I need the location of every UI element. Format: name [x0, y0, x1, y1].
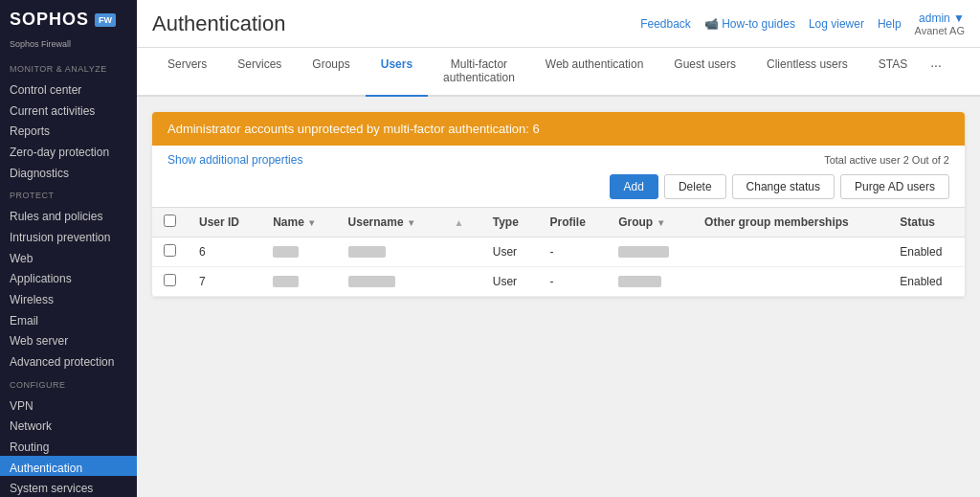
show-additional-properties-link[interactable]: Show additional properties — [167, 153, 302, 167]
main-area: Authentication Feedback 📹 How-to guides … — [137, 0, 980, 497]
row1-checkbox-cell[interactable] — [152, 237, 188, 266]
tab-mfa[interactable]: Multi-factorauthentication — [428, 48, 530, 97]
sidebar-item-wireless[interactable]: Wireless — [0, 287, 137, 308]
header-checkbox[interactable] — [152, 207, 188, 237]
sophos-subtitle: Sophos Firewall — [0, 39, 137, 55]
row1-profile: - — [538, 237, 607, 266]
users-table: User ID Name ▾ Username ▾ ▲ — [152, 207, 965, 297]
row1-user-id: 6 — [188, 237, 261, 266]
tab-more-icon[interactable]: ··· — [923, 48, 949, 97]
username-filter-icon[interactable]: ▾ — [409, 217, 413, 228]
row2-sort-cell — [440, 266, 481, 296]
row2-name: █ ██ — [261, 266, 336, 296]
row1-username-blurred: ██▌██ — [348, 246, 386, 258]
logo-area: SOPHOS FW — [0, 0, 137, 37]
sidebar-item-control-center[interactable]: Control center — [0, 78, 137, 99]
row1-name: ██ █ — [261, 237, 336, 266]
section-protect: Protect — [0, 181, 137, 204]
content-area: Administrator accounts unprotected by mu… — [137, 97, 980, 497]
sidebar-item-current-activities[interactable]: Current activities — [0, 99, 137, 120]
name-filter-icon[interactable]: ▾ — [309, 217, 314, 228]
row2-username: █▌███ █ — [337, 266, 440, 296]
sidebar-item-email[interactable]: Email — [0, 308, 137, 329]
sidebar-item-web-server[interactable]: Web server — [0, 328, 137, 350]
header-status: Status — [888, 207, 965, 237]
tab-groups[interactable]: Groups — [297, 48, 365, 97]
row2-other-group — [693, 266, 888, 296]
table-header-row: User ID Name ▾ Username ▾ ▲ — [152, 207, 965, 237]
feedback-link[interactable]: Feedback — [640, 17, 691, 31]
row2-user-id: 7 — [188, 266, 261, 296]
row2-group: ██ █ ██ — [607, 266, 693, 296]
log-viewer-link[interactable]: Log viewer — [809, 17, 864, 31]
camera-icon: 📹 — [704, 17, 719, 31]
row2-checkbox-cell[interactable] — [152, 266, 188, 296]
sidebar-item-authentication[interactable]: Authentication — [0, 456, 137, 477]
tab-servers[interactable]: Servers — [152, 48, 222, 97]
alert-banner: Administrator accounts unprotected by mu… — [152, 112, 965, 146]
sidebar-item-reports[interactable]: Reports — [0, 119, 137, 140]
tab-clientless-users[interactable]: Clientless users — [751, 48, 863, 97]
sort-asc-icon: ▲ — [455, 217, 464, 228]
sidebar-item-advanced-protection[interactable]: Advanced protection — [0, 350, 137, 371]
row1-status: Enabled — [888, 237, 965, 266]
header-name: Name ▾ — [261, 207, 336, 237]
main-panel: Administrator accounts unprotected by mu… — [152, 112, 965, 297]
tab-guest-users[interactable]: Guest users — [658, 48, 751, 97]
admin-name: admin ▼ — [919, 11, 965, 25]
admin-section[interactable]: admin ▼ Avanet AG — [915, 11, 965, 36]
row1-other-group — [693, 237, 888, 266]
purge-ad-users-button[interactable]: Purge AD users — [840, 174, 949, 199]
row1-type: User — [481, 237, 539, 266]
row2-profile: - — [538, 266, 607, 296]
tab-stas[interactable]: STAS — [863, 48, 923, 97]
row1-name-blurred: ██ █ — [273, 246, 298, 258]
tabs-bar: Servers Services Groups Users Multi-fact… — [137, 48, 980, 97]
change-status-button[interactable]: Change status — [732, 174, 835, 199]
info-row: Show additional properties Total active … — [152, 146, 965, 174]
fw-badge: FW — [95, 13, 116, 27]
sidebar-item-network[interactable]: Network — [0, 414, 137, 435]
sidebar-item-vpn[interactable]: VPN — [0, 394, 137, 415]
how-to-guides-link[interactable]: 📹 How-to guides — [704, 17, 795, 31]
header-username: Username ▾ — [337, 207, 440, 237]
row1-group-blurred: ██ █ ███ — [618, 246, 669, 258]
sidebar-item-zero-day[interactable]: Zero-day protection — [0, 140, 137, 161]
add-button[interactable]: Add — [610, 174, 658, 199]
topbar-actions: Feedback 📹 How-to guides Log viewer Help… — [640, 11, 965, 36]
tab-web-auth[interactable]: Web authentication — [530, 48, 659, 97]
delete-button[interactable]: Delete — [664, 174, 726, 199]
sidebar-item-routing[interactable]: Routing — [0, 435, 137, 456]
row1-username: ██▌██ — [337, 237, 440, 266]
sidebar: SOPHOS FW Sophos Firewall Monitor & Anal… — [0, 0, 137, 497]
tab-services[interactable]: Services — [222, 48, 297, 97]
section-monitor: Monitor & Analyze — [0, 55, 137, 78]
row2-checkbox[interactable] — [164, 274, 176, 286]
row1-group: ██ █ ███ — [607, 237, 693, 266]
sidebar-item-system-services[interactable]: System services — [0, 476, 137, 497]
header-profile: Profile — [538, 207, 607, 237]
header-group: Group ▾ — [607, 207, 693, 237]
sidebar-item-diagnostics[interactable]: Diagnostics — [0, 161, 137, 182]
table-row: 6 ██ █ ██▌██ User - ██ █ ███ — [152, 237, 965, 266]
group-filter-icon[interactable]: ▾ — [658, 217, 663, 228]
topbar: Authentication Feedback 📹 How-to guides … — [137, 0, 980, 48]
tab-users[interactable]: Users — [366, 48, 428, 97]
total-info: Total active user 2 Out of 2 — [824, 154, 949, 166]
table-toolbar: Add Delete Change status Purge AD users — [152, 174, 965, 207]
header-other-group: Other group memberships — [693, 207, 888, 237]
sidebar-item-web[interactable]: Web — [0, 246, 137, 267]
sidebar-item-applications[interactable]: Applications — [0, 266, 137, 287]
row2-group-blurred: ██ █ ██ — [618, 276, 661, 287]
row2-status: Enabled — [888, 266, 965, 296]
sidebar-item-rules[interactable]: Rules and policies — [0, 204, 137, 225]
page-title: Authentication — [152, 11, 285, 36]
sidebar-item-intrusion[interactable]: Intrusion prevention — [0, 225, 137, 246]
row1-checkbox[interactable] — [164, 244, 176, 257]
help-link[interactable]: Help — [878, 17, 902, 31]
company-name: Avanet AG — [915, 25, 965, 36]
section-configure: Configure — [0, 371, 137, 394]
table-row: 7 █ ██ █▌███ █ User - ██ █ ██ — [152, 266, 965, 296]
select-all-checkbox[interactable] — [164, 215, 176, 227]
header-sort[interactable]: ▲ — [440, 207, 481, 237]
